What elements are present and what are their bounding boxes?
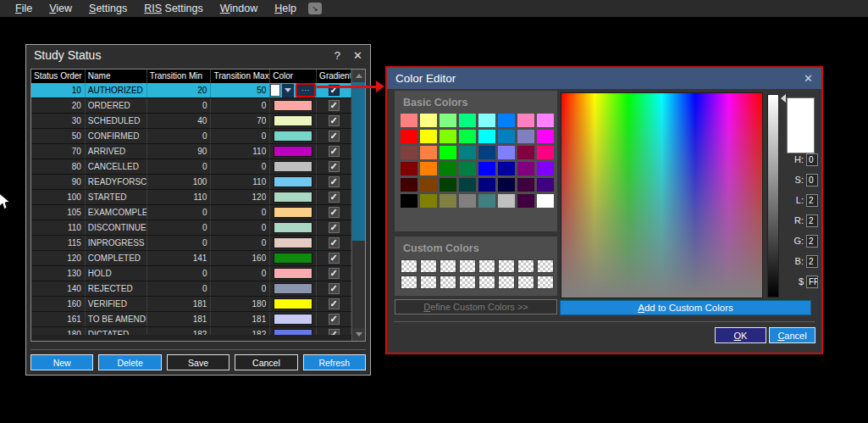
table-row[interactable]: 110 DISCONTINUED 0 0 ... ✓: [31, 220, 351, 236]
color-swatch[interactable]: [274, 329, 312, 335]
color-swatch[interactable]: [274, 192, 312, 203]
basic-color-swatch[interactable]: [401, 162, 417, 175]
custom-color-swatch[interactable]: [537, 259, 554, 273]
basic-color-swatch[interactable]: [440, 194, 456, 208]
basic-color-swatch[interactable]: [478, 162, 495, 175]
table-row[interactable]: 90 READYFORSCAN 100 110 ... ✓: [31, 175, 351, 190]
menu-collapse-icon[interactable]: ↘: [308, 3, 322, 14]
basic-color-swatch[interactable]: [498, 130, 515, 143]
footer-button[interactable]: Refresh: [303, 354, 366, 370]
basic-color-swatch[interactable]: [401, 146, 417, 159]
scroll-down-button[interactable]: [352, 328, 365, 341]
basic-color-swatch[interactable]: [440, 114, 456, 127]
basic-color-swatch[interactable]: [478, 114, 495, 127]
custom-color-swatch[interactable]: [498, 276, 515, 289]
custom-color-swatch[interactable]: [478, 276, 495, 289]
color-swatch[interactable]: [270, 84, 280, 97]
field-value[interactable]: 2: [806, 235, 818, 248]
gradient-checkbox[interactable]: ✓: [329, 222, 340, 233]
custom-color-swatch[interactable]: [498, 259, 515, 273]
column-header[interactable]: Color: [270, 70, 317, 83]
basic-color-swatch[interactable]: [420, 146, 437, 159]
basic-color-swatch[interactable]: [478, 146, 495, 159]
gradient-checkbox[interactable]: ✓: [329, 268, 340, 279]
basic-color-swatch[interactable]: [440, 162, 456, 175]
gradient-checkbox[interactable]: ✓: [329, 283, 340, 294]
basic-color-swatch[interactable]: [401, 178, 417, 192]
table-row[interactable]: 100 STARTED 110 120 ... ✓: [31, 190, 351, 205]
basic-color-swatch[interactable]: [498, 114, 515, 127]
custom-color-swatch[interactable]: [420, 276, 437, 289]
gradient-checkbox[interactable]: ✓: [329, 298, 340, 309]
column-header[interactable]: Status Order: [31, 70, 86, 83]
column-header[interactable]: Transition Max: [211, 70, 270, 83]
gradient-checkbox[interactable]: ✓: [329, 329, 340, 335]
dialog-close-button[interactable]: ✕: [804, 72, 813, 85]
color-swatch[interactable]: [274, 176, 312, 187]
custom-color-swatch[interactable]: [459, 276, 476, 289]
custom-color-swatch[interactable]: [401, 276, 417, 289]
help-button[interactable]: ?: [334, 49, 340, 62]
color-ellipsis-button[interactable]: ...: [297, 85, 314, 96]
custom-color-swatch[interactable]: [401, 259, 417, 273]
basic-color-swatch[interactable]: [420, 130, 437, 143]
custom-color-swatch[interactable]: [517, 276, 534, 289]
color-dropdown-button[interactable]: [282, 84, 294, 97]
scrollbar-thumb[interactable]: [352, 82, 365, 241]
table-row[interactable]: 80 CANCELLED 0 0 ... ✓: [31, 159, 351, 175]
gradient-checkbox[interactable]: ✓: [329, 100, 340, 111]
basic-color-swatch[interactable]: [517, 194, 534, 208]
define-custom-colors-button[interactable]: Define Custom Colors >>: [395, 299, 557, 314]
footer-button[interactable]: Delete: [98, 354, 161, 370]
footer-button[interactable]: New: [30, 354, 93, 370]
field-value[interactable]: 0: [806, 153, 818, 166]
table-row[interactable]: 30 SCHEDULED 40 70 ... ✓: [31, 114, 351, 129]
color-swatch[interactable]: [274, 268, 312, 279]
table-row[interactable]: 10 AUTHORIZED 20 50 ... ✓: [31, 83, 351, 98]
basic-color-swatch[interactable]: [420, 178, 437, 192]
table-row[interactable]: 160 VERIFIED 181 180 ... ✓: [31, 297, 351, 312]
color-swatch[interactable]: [274, 253, 312, 264]
basic-color-swatch[interactable]: [440, 130, 456, 143]
add-to-custom-colors-button[interactable]: Add to Custom Colors: [560, 300, 811, 315]
scroll-up-button[interactable]: [352, 70, 365, 82]
table-row[interactable]: 130 HOLD 0 0 ... ✓: [31, 266, 351, 281]
footer-button[interactable]: Cancel: [235, 354, 297, 370]
gradient-checkbox[interactable]: ✓: [329, 314, 340, 325]
menu-item[interactable]: Help: [266, 0, 305, 17]
gradient-checkbox[interactable]: ✓: [329, 253, 340, 264]
gradient-checkbox[interactable]: ✓: [329, 146, 340, 157]
gradient-checkbox[interactable]: ✓: [329, 207, 340, 218]
hue-saturation-field[interactable]: [561, 92, 763, 298]
custom-color-swatch[interactable]: [420, 259, 437, 273]
custom-color-swatch[interactable]: [440, 276, 456, 289]
column-header[interactable]: Gradient: [317, 70, 351, 83]
color-swatch[interactable]: [274, 298, 312, 309]
table-scrollbar[interactable]: [351, 70, 365, 341]
gradient-checkbox[interactable]: ✓: [329, 131, 340, 142]
basic-color-swatch[interactable]: [440, 146, 456, 159]
menu-item[interactable]: File: [7, 0, 41, 17]
basic-color-swatch[interactable]: [517, 146, 534, 159]
custom-color-swatch[interactable]: [478, 259, 495, 273]
field-value[interactable]: 0: [806, 174, 818, 186]
table-row[interactable]: 115 INPROGRESS 0 0 ... ✓: [31, 236, 351, 251]
custom-color-swatch[interactable]: [440, 259, 456, 273]
basic-color-swatch[interactable]: [537, 114, 554, 127]
table-row[interactable]: 140 REJECTED 0 0 ... ✓: [31, 281, 351, 297]
basic-color-swatch[interactable]: [537, 146, 554, 159]
table-row[interactable]: 105 EXAMCOMPLETED 0 0 ... ✓: [31, 205, 351, 220]
basic-color-swatch[interactable]: [401, 114, 417, 127]
gradient-checkbox[interactable]: ✓: [329, 161, 340, 172]
field-value[interactable]: 2: [806, 214, 818, 227]
table-row[interactable]: 180 DICTATED 182 182 ... ✓: [31, 327, 351, 335]
menu-item[interactable]: Settings: [80, 0, 135, 17]
basic-color-swatch[interactable]: [459, 162, 476, 175]
color-swatch[interactable]: [274, 207, 312, 218]
footer-button[interactable]: Save: [167, 354, 229, 370]
custom-color-swatch[interactable]: [517, 259, 534, 273]
field-value[interactable]: FF: [806, 276, 818, 288]
color-swatch[interactable]: [274, 146, 312, 157]
basic-color-swatch[interactable]: [498, 146, 515, 159]
basic-color-swatch[interactable]: [478, 130, 495, 143]
